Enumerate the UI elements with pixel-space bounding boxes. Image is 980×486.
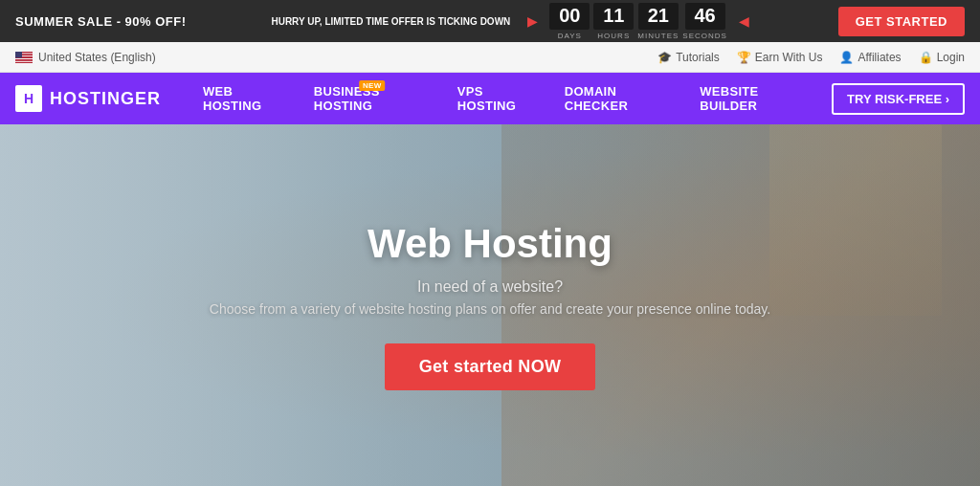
try-risk-free-button[interactable]: TRY RISK-FREE › xyxy=(832,83,965,115)
graduation-cap-icon: 🎓 xyxy=(657,51,672,64)
countdown-hours: 11 HOURS xyxy=(593,3,634,40)
nav-vps-hosting[interactable]: VPS HOSTING xyxy=(444,73,551,124)
countdown-seconds: 46 SECONDS xyxy=(682,3,727,40)
nav-website-builder[interactable]: WEBSITE BUILDER xyxy=(686,73,822,124)
countdown-minutes: 21 MINUTES xyxy=(637,3,679,40)
svg-rect-5 xyxy=(15,58,33,59)
earn-with-us-link[interactable]: 🏆 Earn With Us xyxy=(737,51,823,64)
nav-links: WEB HOSTING BUSINESS HOSTING VPS HOSTING… xyxy=(189,73,822,124)
logo-link[interactable]: H HOSTINGER xyxy=(15,85,161,112)
language-bar: United States (English) 🎓 Tutorials 🏆 Ea… xyxy=(0,42,980,73)
svg-rect-6 xyxy=(15,59,33,60)
earn-icon: 🏆 xyxy=(737,51,751,64)
main-navbar: H HOSTINGER WEB HOSTING BUSINESS HOSTING… xyxy=(0,73,980,124)
hero-content: Web Hosting In need of a website? Choose… xyxy=(0,124,980,486)
hero-cta-button[interactable]: Get started NOW xyxy=(385,343,596,390)
svg-rect-9 xyxy=(15,52,22,58)
language-label: United States (English) xyxy=(38,51,156,64)
tutorials-link[interactable]: 🎓 Tutorials xyxy=(657,51,720,64)
nav-domain-checker[interactable]: DOMAIN CHECKER xyxy=(551,73,687,124)
countdown-days: 00 DAYS xyxy=(549,3,590,40)
hero-subtitle: In need of a website? xyxy=(417,278,563,296)
affiliates-link[interactable]: 👤 Affiliates xyxy=(839,51,901,64)
countdown-boxes: 00 DAYS 11 HOURS 21 MINUTES 46 SECONDS xyxy=(549,3,727,40)
nav-web-hosting[interactable]: WEB HOSTING xyxy=(189,73,301,124)
person-icon: 👤 xyxy=(839,51,854,64)
banner-get-started-button[interactable]: GET STARTED xyxy=(838,7,965,36)
nav-business-hosting[interactable]: BUSINESS HOSTING xyxy=(301,73,444,124)
countdown-arrow-left: ▶ xyxy=(527,13,538,29)
logo-text: HOSTINGER xyxy=(50,89,161,109)
sale-text: SUMMER SALE - 90% OFF! xyxy=(15,14,187,29)
countdown-label: HURRY UP, LIMITED TIME OFFER IS TICKING … xyxy=(271,16,510,27)
countdown-arrow-right: ◀ xyxy=(739,13,749,29)
flag-icon xyxy=(15,52,33,63)
hero-title: Web Hosting xyxy=(368,221,612,267)
login-link[interactable]: 🔒 Login xyxy=(919,51,965,64)
language-selector[interactable]: United States (English) xyxy=(15,51,156,64)
hero-description: Choose from a variety of website hosting… xyxy=(210,301,770,317)
svg-rect-7 xyxy=(15,60,33,61)
logo-icon: H xyxy=(15,85,42,112)
hero-section: Web Hosting In need of a website? Choose… xyxy=(0,124,980,486)
svg-rect-8 xyxy=(15,62,33,63)
top-banner: SUMMER SALE - 90% OFF! HURRY UP, LIMITED… xyxy=(0,0,980,42)
top-nav-links: 🎓 Tutorials 🏆 Earn With Us 👤 Affiliates … xyxy=(657,51,965,64)
countdown-section: HURRY UP, LIMITED TIME OFFER IS TICKING … xyxy=(271,3,752,40)
lock-icon: 🔒 xyxy=(919,51,933,64)
